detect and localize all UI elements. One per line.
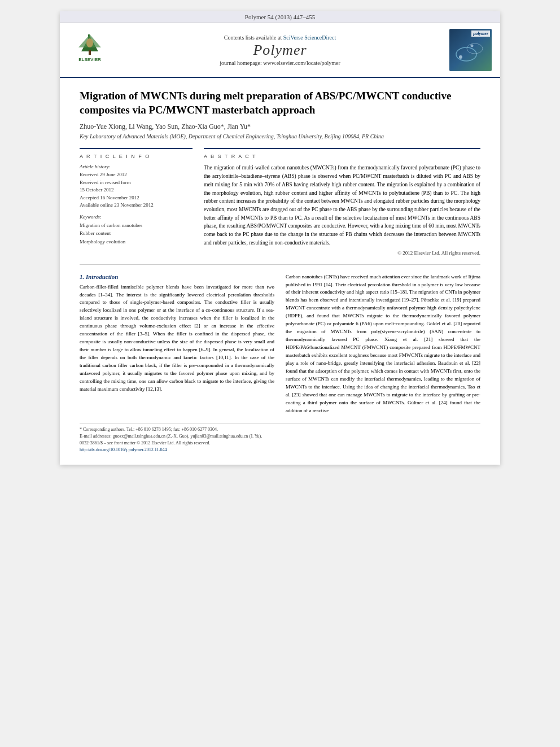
svg-point-4 xyxy=(86,38,93,47)
keyword-3: Morphology evolution xyxy=(80,238,193,246)
svg-text:ELSEVIER: ELSEVIER xyxy=(78,57,101,62)
abstract-col: A B S T R A C T The migration of multi-w… xyxy=(204,148,480,255)
svg-rect-3 xyxy=(89,50,91,55)
journal-page: Polymer 54 (2013) 447–455 ELSEVIER Conte… xyxy=(60,11,500,465)
received-revised-label: Received in revised form xyxy=(80,179,193,187)
accepted-date: Accepted 16 November 2012 xyxy=(80,194,193,202)
left-body-col: 1. Introduction Carbon-filler-filled imm… xyxy=(80,273,274,418)
journal-title: Polymer xyxy=(111,42,449,59)
top-bar: Polymer 54 (2013) 447–455 xyxy=(60,11,500,23)
right-intro-para1: Carbon nanotubes (CNTs) have received mu… xyxy=(286,273,480,415)
keywords-label: Keywords: xyxy=(80,214,193,220)
abstract-text: The migration of multi-walled carbon nan… xyxy=(204,164,480,247)
doi-link[interactable]: http://dx.doi.org/10.1016/j.polymer.2012… xyxy=(80,447,167,452)
journal-homepage: journal homepage: www.elsevier.com/locat… xyxy=(111,60,449,66)
footnote-area: * Corresponding authors. Tel.: +86 010 6… xyxy=(80,423,480,453)
author-names: Zhuo-Yue Xiong, Li Wang, Yao Sun, Zhao-X… xyxy=(80,123,251,130)
svg-point-10 xyxy=(471,45,474,47)
received-revised-date: 15 October 2012 xyxy=(80,186,193,194)
journal-citation: Polymer 54 (2013) 447–455 xyxy=(245,14,315,20)
section-divider xyxy=(80,264,480,265)
email-note: E-mail addresses: guozx@mail.tsinghua.ed… xyxy=(80,433,480,440)
intro-para1: Carbon-filler-filled immiscible polymer … xyxy=(80,283,274,394)
affiliation: Key Laboratory of Advanced Materials (MO… xyxy=(80,133,480,139)
polymer-label: polymer xyxy=(471,30,490,37)
sciverse-link[interactable]: SciVerse ScienceDirect xyxy=(283,34,336,41)
polymer-logo-image: polymer xyxy=(449,29,492,71)
article-info-abstract: A R T I C L E I N F O Article history: R… xyxy=(80,148,480,255)
svg-point-9 xyxy=(459,55,462,59)
keywords-group: Keywords: Migration of carbon nanotubes … xyxy=(80,214,193,246)
available-online: Available online 23 November 2012 xyxy=(80,202,193,209)
history-label: Article history: xyxy=(80,164,193,169)
body-columns: 1. Introduction Carbon-filler-filled imm… xyxy=(80,273,480,418)
right-intro-text: Carbon nanotubes (CNTs) have received mu… xyxy=(286,273,480,415)
journal-header: ELSEVIER Contents lists available at Sci… xyxy=(60,23,500,78)
journal-center: Contents lists available at SciVerse Sci… xyxy=(111,34,449,66)
copyright: © 2012 Elsevier Ltd. All rights reserved… xyxy=(204,250,480,256)
elsevier-logo-svg: ELSEVIER xyxy=(70,32,110,68)
intro-para1-text: Carbon-filler-filled immiscible polymer … xyxy=(80,283,274,394)
article-history: Article history: Received 29 June 2012 R… xyxy=(80,164,193,209)
keyword-1: Migration of carbon nanotubes xyxy=(80,221,193,229)
keyword-2: Rubber content xyxy=(80,229,193,237)
right-body-col: Carbon nanotubes (CNTs) have received mu… xyxy=(286,273,480,418)
article-info-label: A R T I C L E I N F O xyxy=(80,154,193,159)
elsevier-logo: ELSEVIER xyxy=(68,29,111,71)
abstract-label: A B S T R A C T xyxy=(204,154,480,159)
main-content: Migration of MWCNTs during melt preparat… xyxy=(60,78,500,465)
doi-note: http://dx.doi.org/10.1016/j.polymer.2012… xyxy=(80,447,480,453)
intro-heading: 1. Introduction xyxy=(80,273,274,280)
issn-note: 0032-3861/$ – see front matter © 2012 El… xyxy=(80,440,480,447)
article-title: Migration of MWCNTs during melt preparat… xyxy=(80,89,480,117)
corresponding-note: * Corresponding authors. Tel.: +86 010 6… xyxy=(80,426,480,433)
sciverse-line: Contents lists available at SciVerse Sci… xyxy=(111,34,449,41)
authors: Zhuo-Yue Xiong, Li Wang, Yao Sun, Zhao-X… xyxy=(80,123,480,131)
article-info-col: A R T I C L E I N F O Article history: R… xyxy=(80,148,193,255)
received-date: Received 29 June 2012 xyxy=(80,171,193,179)
